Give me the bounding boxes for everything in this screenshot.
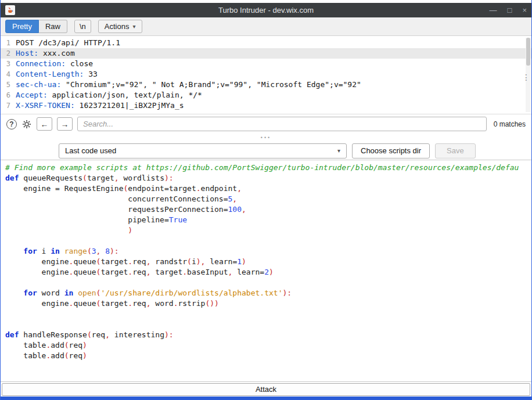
code-line: engine.queue(target.req, word.rstrip()) (5, 298, 531, 309)
search-bar: ? ← → 0 matches (1, 114, 531, 134)
actions-label: Actions (105, 22, 130, 31)
window-bottom-border (1, 397, 531, 400)
http-request-editor[interactable]: 1POST /dc3/api/ HTTP/1.12Host: xxx.com3C… (1, 36, 531, 114)
attack-button[interactable]: Attack (2, 383, 530, 396)
request-line: 7X-XSRF-TOKEN: 1623721201|_iBX2PjMYa_s (1, 100, 531, 111)
request-line: 2Host: xxx.com (1, 48, 531, 59)
code-line (5, 236, 531, 246)
line-number: 3 (1, 59, 16, 69)
turbo-intruder-window: Turbo Intruder - dev.wix.com — □ × Prett… (0, 0, 532, 400)
request-line-text: POST /dc3/api/ HTTP/1.1 (16, 38, 120, 48)
arrow-right-icon: → (61, 120, 69, 129)
search-prev-button[interactable]: ← (37, 117, 52, 131)
choose-scripts-dir-button[interactable]: Choose scripts dir (352, 143, 430, 158)
script-select-combobox[interactable]: Last code used ▾ (59, 143, 347, 158)
request-line: 1POST /dc3/api/ HTTP/1.1 (1, 38, 531, 48)
minimize-icon[interactable]: — (490, 3, 497, 17)
request-line-text: sec-ch-ua: "Chromium";v="92", " Not A;Br… (16, 80, 361, 90)
request-line-text: Host: xxx.com (16, 48, 75, 59)
request-line: 3Connection: close (1, 59, 531, 69)
chevron-down-icon: ▾ (132, 23, 135, 30)
close-icon[interactable]: × (522, 3, 527, 17)
search-input[interactable] (77, 117, 487, 131)
request-line: 5sec-ch-ua: "Chromium";v="92", " Not A;B… (1, 80, 531, 90)
code-line: # Find more example scripts at https://g… (5, 163, 531, 173)
line-number: 5 (1, 80, 16, 90)
code-lines: # Find more example scripts at https://g… (5, 163, 531, 361)
script-toolbar: Last code used ▾ Choose scripts dir Save (1, 142, 531, 160)
pretty-tab[interactable]: Pretty (5, 20, 39, 33)
combo-chevron-icon: ▾ (337, 147, 340, 154)
search-match-count: 0 matches (494, 120, 526, 128)
help-icon[interactable]: ? (6, 119, 17, 129)
request-line-text: Content-Length: 33 (16, 69, 98, 80)
code-line: table.add(req) (5, 351, 531, 361)
raw-tab[interactable]: Raw (39, 20, 67, 33)
code-line: def handleResponse(req, interesting): (5, 330, 531, 340)
request-line: 4Content-Length: 33 (1, 69, 531, 80)
pane-splitter[interactable]: ••• (1, 134, 531, 142)
more-options-icon[interactable]: ⋮ (522, 73, 530, 81)
python-script-editor[interactable]: # Find more example scripts at https://g… (1, 160, 531, 381)
code-line (5, 319, 531, 330)
code-line (5, 278, 531, 288)
actions-button[interactable]: Actions ▾ (98, 20, 142, 33)
line-number: 1 (1, 38, 16, 48)
code-line (5, 309, 531, 319)
code-line: engine = RequestEngine(endpoint=target.e… (5, 183, 531, 194)
code-line: for word in open('/usr/share/dirb/wordli… (5, 288, 531, 298)
code-line: ) (5, 225, 531, 236)
request-lines: 1POST /dc3/api/ HTTP/1.12Host: xxx.com3C… (1, 38, 531, 111)
java-coffee-icon (6, 6, 14, 14)
message-view-toolbar: Pretty Raw \n Actions ▾ (1, 17, 531, 36)
newline-toggle-button[interactable]: \n (74, 20, 91, 33)
request-line-text: Connection: close (16, 59, 93, 69)
code-line: engine.queue(target.req, target.baseInpu… (5, 267, 531, 278)
arrow-left-icon: ← (41, 120, 49, 129)
java-app-icon (5, 5, 15, 15)
request-scrollbar-thumb[interactable] (526, 38, 530, 66)
line-number: 2 (1, 48, 16, 59)
maximize-icon[interactable]: □ (508, 3, 512, 17)
window-title: Turbo Intruder - dev.wix.com (1, 6, 531, 15)
code-line: def queueRequests(target, wordlists): (5, 173, 531, 183)
code-line: pipeline=True (5, 215, 531, 225)
attack-button-row: Attack (1, 381, 531, 397)
line-number: 6 (1, 90, 16, 100)
line-number: 7 (1, 100, 16, 111)
window-controls: — □ × (490, 3, 527, 17)
splitter-handle-icon: ••• (261, 136, 271, 139)
code-line: engine.queue(target.req, randstr(i), lea… (5, 257, 531, 267)
save-button[interactable]: Save (435, 143, 476, 158)
line-number: 4 (1, 69, 16, 80)
code-line: concurrentConnections=5, (5, 194, 531, 204)
request-line-text: Accept: application/json, text/plain, */… (16, 90, 202, 100)
title-bar[interactable]: Turbo Intruder - dev.wix.com — □ × (1, 3, 531, 17)
search-next-button[interactable]: → (57, 117, 73, 131)
request-line: 6Accept: application/json, text/plain, *… (1, 90, 531, 100)
script-select-value: Last code used (65, 146, 116, 155)
request-line-text: X-XSRF-TOKEN: 1623721201|_iBX2PjMYa_s (16, 100, 184, 111)
code-line: for i in range(3, 8): (5, 246, 531, 257)
code-line: requestsPerConnection=100, (5, 204, 531, 215)
settings-gear-icon[interactable] (21, 119, 32, 129)
code-line: table.add(req) (5, 340, 531, 351)
